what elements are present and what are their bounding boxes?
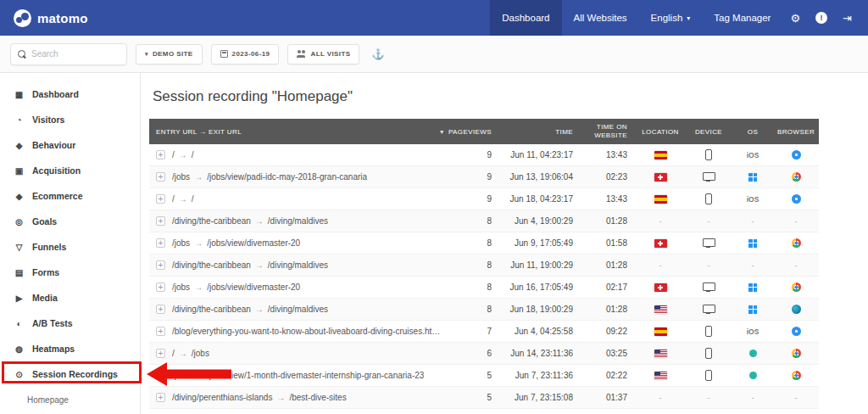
entry-exit-url[interactable]: /diving/the-caribbean→/diving/maldives [172, 305, 328, 314]
sidebar-item-acquisition[interactable]: ▣Acquisition [0, 158, 140, 183]
os-cell: - [732, 394, 773, 402]
table-row[interactable]: + /jobs→/jobs/view/padi-idc-may-2018-gra… [149, 166, 819, 188]
expand-row-icon[interactable]: + [156, 283, 165, 292]
expand-row-icon[interactable]: + [156, 349, 165, 358]
sidebar-item-behaviour[interactable]: ◈Behaviour [0, 132, 140, 158]
arrow-right-icon: → [194, 371, 203, 380]
table-row[interactable]: + /diving/the-caribbean→/diving/maldives… [149, 255, 819, 277]
search-icon [18, 50, 26, 59]
table-row[interactable]: + /→/ 9 Jun 18, 04:23:17 13:43 iOS [149, 188, 819, 210]
entry-exit-url[interactable]: /→/jobs [172, 349, 209, 358]
expand-row-icon[interactable]: + [156, 194, 165, 204]
entry-exit-url[interactable]: /diving/the-caribbean→/diving/maldives [172, 260, 328, 270]
ios-label: iOS [747, 195, 760, 204]
sidebar-item-session-recordings[interactable]: ⊙Session Recordings [0, 361, 140, 387]
table-row[interactable]: + /jobs→/jobs/view/1-month-divemaster-in… [149, 365, 819, 387]
sidebar-item-funnels[interactable]: ▽Funnels [0, 234, 140, 260]
pageviews-value: 8 [446, 238, 500, 248]
expand-row-icon[interactable]: + [156, 327, 165, 336]
entry-exit-url[interactable]: /jobs→/jobs/view/1-month-divemaster-inte… [172, 371, 424, 380]
browser-cell [773, 172, 819, 182]
anchor-icon[interactable]: ⚓ [371, 48, 384, 60]
table-row[interactable]: + /jobs→/jobs/view/divemaster-20 8 Jun 1… [149, 277, 819, 299]
segment-label: ALL VISITS [310, 50, 350, 58]
date-range-button[interactable]: 2023-06-19 [211, 44, 280, 64]
nav-all-websites[interactable]: All Websites [562, 0, 639, 36]
sidebar-item-ecommerce[interactable]: ◆Ecommerce [0, 183, 140, 209]
pageviews-value: 8 [446, 283, 500, 292]
device-cell [685, 193, 732, 204]
arrow-right-icon: → [255, 305, 264, 314]
expand-row-icon[interactable]: + [156, 216, 165, 226]
column-location[interactable]: LOCATION [636, 128, 685, 136]
table-row[interactable]: + /diving/perenthians-islands→/best-dive… [149, 387, 819, 409]
dashboard-icon: ▦ [14, 90, 25, 99]
expand-row-icon[interactable]: + [156, 305, 165, 314]
pageviews-value: 5 [446, 371, 500, 380]
entry-exit-url[interactable]: /blog/everything-you-want-to-know-about-… [172, 327, 446, 336]
entry-exit-url[interactable]: /jobs→/jobs/view/padi-idc-may-2018-gran-… [172, 172, 367, 182]
browser-cell [773, 238, 819, 248]
expand-row-icon[interactable]: + [156, 238, 165, 248]
entry-url: /jobs [172, 238, 190, 248]
column-os[interactable]: OS [732, 128, 773, 136]
column-pageviews[interactable]: ▼PAGEVIEWS [446, 128, 500, 136]
funnels-icon: ▽ [14, 243, 25, 252]
os-cell: - [732, 217, 773, 226]
entry-exit-url[interactable]: /diving/perenthians-islands→/best-dive-s… [172, 393, 347, 402]
navbar-menu: Dashboard All Websites English▾ Tag Mana… [490, 0, 860, 36]
expand-row-icon[interactable]: + [156, 371, 165, 380]
search-input[interactable] [31, 49, 120, 59]
segment-button[interactable]: ALL VISITS [287, 44, 359, 64]
entry-url: / [172, 194, 175, 204]
sidebar-item-media[interactable]: ▶Media [0, 285, 140, 310]
sidebar-item-heatmaps[interactable]: ◍Heatmaps [0, 336, 140, 361]
sidebar-item-homepage[interactable]: Homepage [0, 387, 140, 412]
table-row[interactable]: + /→/ 9 Jun 11, 04:23:17 13:43 iOS [149, 144, 819, 166]
time-on-website-value: 01:28 [581, 216, 636, 226]
sidebar-item-label: Dashboard [32, 89, 79, 99]
table-row[interactable]: + /diving/the-caribbean→/diving/maldives… [149, 299, 819, 321]
column-time[interactable]: TIME [500, 128, 581, 136]
nav-dashboard[interactable]: Dashboard [490, 0, 561, 36]
matomo-brand[interactable]: matomo [14, 9, 88, 27]
signout-icon[interactable]: ⇥ [835, 12, 860, 25]
table-row[interactable]: + /blog/everything-you-want-to-know-abou… [149, 321, 819, 343]
entry-exit-url[interactable]: /→/ [172, 150, 194, 159]
table-row[interactable]: + /→/jobs 6 Jun 14, 23:11:36 03:25 [149, 343, 819, 365]
matomo-app: matomo Dashboard All Websites English▾ T… [0, 0, 868, 414]
entry-exit-url[interactable]: /jobs→/jobs/view/divemaster-20 [172, 238, 300, 248]
column-time-on-website[interactable]: TIME ON WEBSITE [581, 123, 636, 139]
site-selector-button[interactable]: ▾ DEMO SITE [136, 44, 203, 64]
column-device[interactable]: DEVICE [685, 128, 732, 136]
settings-gear-icon[interactable]: ⚙ [782, 12, 808, 25]
device-cell [685, 370, 732, 381]
expand-row-icon[interactable]: + [156, 172, 165, 182]
search-box[interactable] [10, 43, 127, 65]
entry-exit-url[interactable]: /→/ [172, 194, 194, 204]
entry-exit-url[interactable]: /jobs→/jobs/view/divemaster-20 [172, 283, 300, 292]
sidebar-item-dashboard[interactable]: ▦Dashboard [0, 81, 140, 107]
browser-cell [773, 305, 819, 314]
column-entry-exit-url[interactable]: ENTRY URL → EXIT URL [149, 128, 446, 136]
table-body: + /→/ 9 Jun 11, 04:23:17 13:43 iOS + /jo… [149, 144, 819, 414]
time-value: Jun 11, 19:00:29 [500, 260, 581, 270]
sidebar-item-forms[interactable]: ▤Forms [0, 260, 140, 285]
time-value: Jun 4, 19:00:29 [500, 216, 581, 226]
table-row[interactable]: + /diving/the-caribbean→/diving/maldives… [149, 210, 819, 232]
nav-language-selector[interactable]: English▾ [639, 0, 703, 36]
sidebar-item-visitors[interactable]: ◔Visitors [0, 107, 140, 132]
column-pageviews-label: PAGEVIEWS [448, 128, 492, 136]
column-browser[interactable]: BROWSER [773, 128, 819, 136]
nav-tag-manager[interactable]: Tag Manager [702, 0, 782, 36]
sidebar-item-goals[interactable]: ◎Goals [0, 209, 140, 234]
info-icon[interactable]: ! [815, 12, 827, 24]
expand-row-icon[interactable]: + [156, 260, 165, 270]
entry-url: /diving/the-caribbean [172, 260, 251, 270]
expand-row-icon[interactable]: + [156, 150, 165, 159]
entry-exit-url[interactable]: /diving/the-caribbean→/diving/maldives [172, 216, 328, 226]
sidebar-item-ab-tests[interactable]: ◐A/B Tests [0, 310, 140, 336]
table-row[interactable]: + /jobs→/jobs/view/divemaster-20 8 Jun 9… [149, 232, 819, 255]
expand-row-icon[interactable]: + [156, 393, 165, 402]
table-row[interactable]: + [149, 409, 819, 414]
